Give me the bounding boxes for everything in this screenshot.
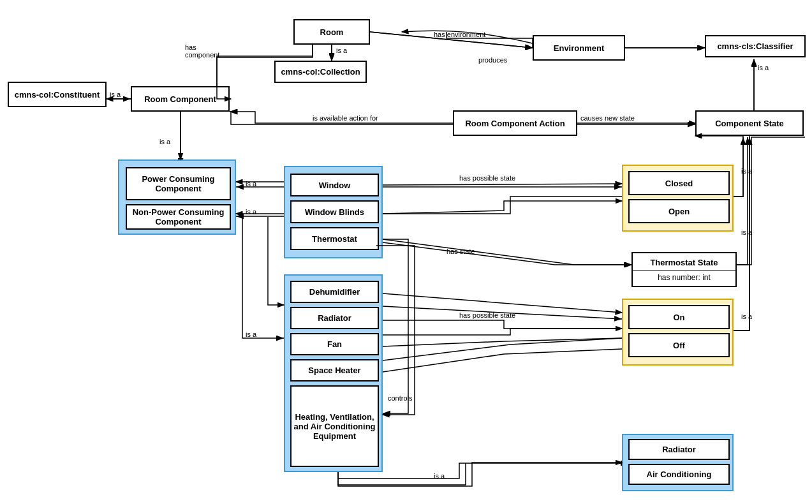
cmns-col-constituent-node: cmns-col:Constituent: [8, 82, 107, 107]
label-is-a-collection: is a: [336, 47, 347, 54]
room-component-action-label: Room Component Action: [465, 119, 565, 128]
label-is-a-power: is a: [159, 138, 170, 145]
environment-label: Environment: [554, 43, 604, 53]
on-label: On: [673, 313, 684, 322]
thermostat-state-sub: has number: int: [658, 271, 711, 285]
on-off-group: On Off: [622, 299, 734, 366]
label-has-state-thermostat: has state: [447, 248, 475, 255]
label-produces: produces: [478, 56, 507, 64]
power-consuming-label: Power Consuming Component: [127, 174, 230, 193]
room-component-action-node: Room Component Action: [453, 110, 577, 136]
label-is-a-power-right: is a: [246, 330, 256, 338]
thermostat-label: Thermostat: [312, 234, 357, 244]
window-node: Window: [290, 174, 379, 196]
fan-label: Fan: [327, 339, 342, 349]
radiator-node-left: Radiator: [290, 307, 379, 329]
label-is-a-constituent: is a: [110, 91, 121, 98]
thermostat-state-node: Thermostat State has number: int: [631, 252, 737, 287]
label-causes-new-state: causes new state: [580, 114, 635, 122]
thermostat-node: Thermostat: [290, 227, 379, 250]
label-is-available: is available action for: [313, 114, 378, 122]
closed-label: Closed: [665, 179, 693, 188]
room-component-node: Room Component: [131, 86, 230, 112]
hvac-label: Heating, Ventilation, and Air Conditioni…: [292, 412, 378, 441]
thermostat-state-title: Thermostat State: [633, 255, 735, 271]
label-has-component: hascomponent: [185, 43, 219, 59]
space-heater-node: Space Heater: [290, 359, 379, 382]
component-state-label: Component State: [715, 119, 784, 128]
non-power-consuming-label: Non-Power Consuming Component: [127, 207, 230, 226]
cmns-col-collection-label: cmns-col:Collection: [281, 67, 360, 77]
closed-node: Closed: [628, 171, 730, 195]
radiator-left-label: Radiator: [318, 313, 351, 323]
open-label: Open: [668, 207, 690, 216]
non-power-consuming-node: Non-Power Consuming Component: [126, 204, 231, 230]
label-is-a-on-off: is a: [741, 313, 752, 320]
environment-node: Environment: [533, 35, 625, 61]
label-has-environment: has environment: [434, 31, 485, 38]
off-label: Off: [673, 341, 685, 350]
label-is-a-closed-open: is a: [741, 167, 752, 175]
label-is-a-non-power: is a: [246, 180, 256, 188]
closed-open-group: Closed Open: [622, 165, 734, 232]
label-is-a-thermostat: is a: [741, 228, 752, 236]
cmns-cls-classifier-label: cmns-cls:Classifier: [717, 41, 793, 51]
cmns-col-collection-node: cmns-col:Collection: [274, 61, 367, 83]
window-label: Window: [319, 181, 351, 190]
off-node: Off: [628, 333, 730, 357]
cmns-col-constituent-label: cmns-col:Constituent: [15, 90, 100, 100]
diagram: Room cmns-col:Collection Environment cmn…: [0, 0, 812, 504]
space-heater-label: Space Heater: [308, 366, 360, 375]
on-node: On: [628, 305, 730, 329]
label-is-a-classifier-top: is a: [758, 64, 769, 71]
hvac-node: Heating, Ventilation, and Air Conditioni…: [290, 385, 379, 467]
label-controls: controls: [388, 394, 413, 402]
air-conditioning-label: Air Conditioning: [647, 470, 712, 479]
power-right-group: Dehumidifier Radiator Fan Space Heater H…: [284, 274, 383, 472]
radiator-node-right: Radiator: [628, 439, 730, 460]
label-is-a-bottom: is a: [434, 472, 445, 480]
label-has-possible-state-top: has possible state: [459, 174, 515, 182]
radiator-right-label: Radiator: [662, 445, 696, 454]
room-component-label: Room Component: [144, 94, 216, 104]
air-conditioning-node: Air Conditioning: [628, 464, 730, 485]
non-power-right-top-group: Window Window Blinds Thermostat: [284, 166, 383, 258]
label-is-a-non-power2: is a: [246, 208, 256, 216]
dehumidifier-label: Dehumidifier: [309, 287, 360, 297]
room-node: Room: [293, 19, 370, 45]
fan-node: Fan: [290, 333, 379, 355]
room-label: Room: [320, 27, 344, 37]
open-node: Open: [628, 199, 730, 223]
dehumidifier-node: Dehumidifier: [290, 281, 379, 303]
power-group-box: Power Consuming Component Non-Power Cons…: [118, 159, 236, 235]
cmns-cls-classifier-node: cmns-cls:Classifier: [705, 35, 806, 57]
window-blinds-node: Window Blinds: [290, 200, 379, 223]
radiator-ac-group: Radiator Air Conditioning: [622, 434, 734, 491]
window-blinds-label: Window Blinds: [305, 207, 364, 217]
label-has-possible-state-bottom: has possible state: [459, 311, 515, 319]
power-consuming-node: Power Consuming Component: [126, 167, 231, 200]
component-state-node: Component State: [695, 110, 804, 136]
